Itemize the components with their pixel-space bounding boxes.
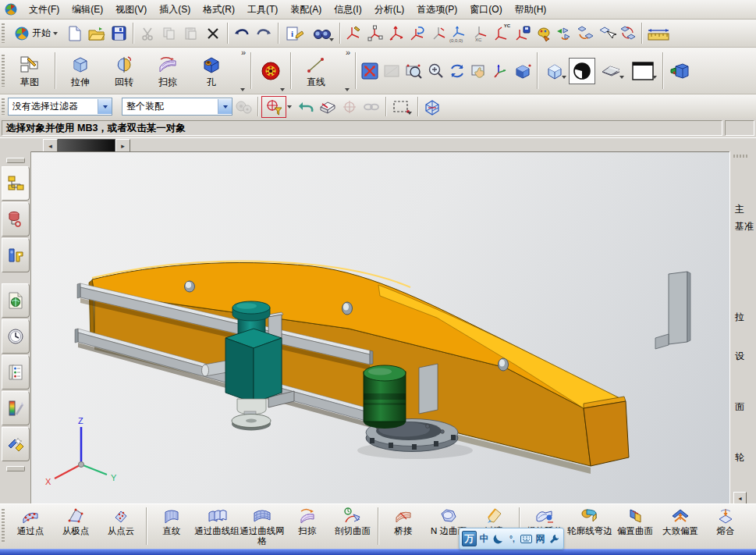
rotate-view-button[interactable]	[446, 60, 468, 81]
menu-analysis[interactable]: 分析(L)	[368, 1, 411, 19]
section-button[interactable]	[595, 60, 626, 81]
menu-edit[interactable]: 编辑(E)	[66, 1, 109, 19]
diamond-pair-icon[interactable]	[575, 23, 596, 44]
swept-button[interactable]: 扫掠	[285, 506, 330, 536]
find-button[interactable]	[308, 23, 336, 44]
hole-button[interactable]: 孔	[190, 50, 233, 92]
orient-view-button[interactable]	[490, 60, 512, 81]
right-toolbar-label[interactable]: 设	[735, 350, 744, 363]
tab-assembly-navigator[interactable]	[2, 166, 30, 201]
ime-settings-icon[interactable]	[548, 532, 561, 546]
zoom-in-out-button[interactable]	[424, 60, 446, 81]
toolbar-grip[interactable]	[733, 155, 747, 158]
wcs-orient-icon[interactable]	[385, 23, 406, 44]
edge-display-button[interactable]	[666, 60, 693, 81]
through-points-button[interactable]: 通过点	[8, 506, 53, 536]
rough-offset-button[interactable]: 大致偏置	[658, 506, 703, 536]
combo-drop-button[interactable]	[98, 99, 112, 114]
strip-scroll-left-button[interactable]: ◂	[733, 492, 747, 503]
overflow-icon[interactable]: »	[346, 48, 350, 56]
zoom-box-button[interactable]	[403, 60, 424, 81]
menu-preferences[interactable]: 首选项(P)	[410, 1, 463, 19]
diamond-cursor-icon[interactable]	[596, 23, 617, 44]
menu-window[interactable]: 窗口(O)	[463, 1, 508, 19]
toolbar-grip[interactable]	[2, 509, 5, 543]
line-button[interactable]: 直线	[294, 50, 338, 92]
ime-mode-button[interactable]: 中	[477, 532, 491, 546]
ruled-button[interactable]: 直纹	[149, 506, 194, 536]
right-toolbar-label[interactable]: 面	[735, 400, 744, 414]
gears-button[interactable]	[232, 96, 254, 117]
wcs-display-icon[interactable]	[428, 23, 449, 44]
wcs-yc-icon[interactable]: YC	[491, 23, 512, 44]
shaded-cube-button[interactable]	[512, 60, 534, 81]
new-file-button[interactable]	[64, 23, 86, 44]
section-surface-button[interactable]: 剖切曲面	[330, 506, 375, 536]
wcs-dynamics-icon[interactable]	[343, 23, 364, 44]
wcs-save-icon[interactable]	[512, 23, 533, 44]
menu-help[interactable]: 帮助(H)	[509, 1, 553, 19]
from-point-cloud-button[interactable]: 从点云	[98, 506, 144, 536]
cut-button[interactable]	[137, 23, 158, 44]
ime-punct-button[interactable]: °,	[506, 532, 519, 546]
snap-point-button[interactable]	[261, 96, 286, 118]
dropdown-arrow-icon[interactable]	[345, 88, 350, 91]
revolve-button[interactable]: 回转	[102, 50, 146, 92]
tab-web-browser[interactable]	[2, 283, 30, 318]
offset-surface-button[interactable]: 偏置曲面	[612, 506, 658, 536]
chain-button[interactable]	[360, 96, 382, 117]
graphics-window[interactable]: Z X Y	[31, 151, 729, 503]
resource-bar-handle[interactable]	[6, 466, 25, 471]
combo-drop-button[interactable]	[218, 99, 232, 114]
menu-assemblies[interactable]: 装配(A)	[284, 1, 328, 19]
wcs-set-origin-icon[interactable]: (0,0,0)	[449, 23, 470, 44]
tab-palettes[interactable]	[2, 355, 30, 390]
dropdown-arrow-icon[interactable]	[280, 88, 285, 91]
silhouette-flange-button[interactable]: 轮廓线弯边	[567, 506, 612, 536]
from-poles-button[interactable]: 从极点	[53, 506, 98, 536]
ime-net-button[interactable]: 网	[534, 532, 547, 546]
wcs-xc-icon[interactable]: XC	[470, 23, 491, 44]
ime-logo[interactable]: 万	[462, 531, 477, 546]
bridge-button[interactable]: 桥接	[381, 506, 426, 536]
overflow-icon[interactable]: »	[241, 48, 246, 56]
dropdown-arrow-icon[interactable]	[407, 112, 412, 115]
view-orientation-button[interactable]	[541, 60, 569, 81]
dropdown-arrow-icon[interactable]	[240, 88, 245, 91]
tab-visualization[interactable]	[2, 391, 30, 425]
menu-view[interactable]: 视图(V)	[109, 1, 153, 19]
menu-tools[interactable]: 工具(T)	[241, 1, 284, 19]
toolbar-grip[interactable]	[2, 23, 5, 43]
wcs-rotate-icon[interactable]	[406, 23, 428, 44]
tab-constraint-navigator[interactable]	[2, 202, 30, 237]
toolbar-grip[interactable]	[2, 55, 5, 87]
menu-file[interactable]: 文件(F)	[23, 1, 66, 19]
through-curve-mesh-button[interactable]: 通过曲线网格	[240, 506, 285, 546]
sketch-button[interactable]: 草图	[8, 50, 51, 92]
eraser-button[interactable]	[317, 96, 339, 117]
menu-format[interactable]: 格式(R)	[197, 1, 241, 19]
right-toolbar-label[interactable]: 拉	[735, 311, 744, 324]
menu-insert[interactable]: 插入(S)	[153, 1, 197, 19]
undo-button[interactable]	[231, 23, 253, 44]
through-curve-group-button[interactable]: 通过曲线组	[194, 506, 240, 536]
zoom-window-button[interactable]	[381, 60, 403, 81]
gear-icon[interactable]	[260, 60, 282, 82]
menu-information[interactable]: 信息(I)	[328, 1, 367, 19]
selection-scope-combo[interactable]: 整个装配	[122, 98, 232, 116]
extrude-button[interactable]: 拉伸	[59, 50, 102, 92]
redo-button[interactable]	[253, 23, 275, 44]
measure-ruler-icon[interactable]	[645, 23, 672, 44]
copy-button[interactable]	[158, 23, 180, 44]
back-arrow-button[interactable]	[295, 96, 317, 117]
rectangle-select-button[interactable]	[389, 96, 414, 117]
save-button[interactable]	[108, 23, 130, 44]
tab-roles[interactable]	[2, 427, 30, 461]
ime-keyboard-icon[interactable]	[520, 532, 533, 546]
role-palette-icon[interactable]	[533, 23, 554, 44]
fuse-button[interactable]: 熔合	[703, 506, 748, 536]
open-file-button[interactable]	[86, 23, 108, 44]
taskbar-sliver[interactable]	[0, 549, 756, 555]
right-toolbar-label[interactable]: 主	[735, 203, 744, 216]
rendering-style-button[interactable]	[569, 58, 595, 84]
